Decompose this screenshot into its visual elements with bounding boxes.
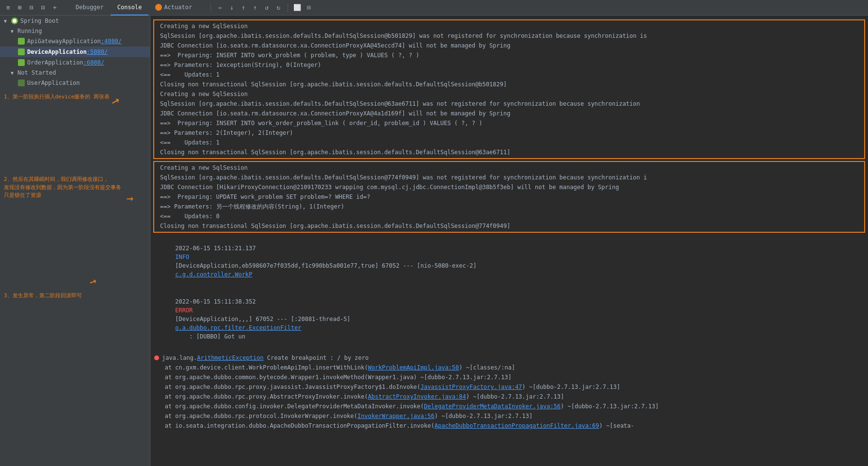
sidebar-item-springboot[interactable]: ▼ Spring Boot [0,16,150,26]
order-label: OrderApplication:6080/ [27,59,104,66]
console-line: ==> Parameters: 2(Integer), 2(Integer) [156,128,862,138]
console-line: SqlSession [org.apache.ibatis.session.de… [156,173,862,182]
stacktrace-link-4[interactable]: AbstractProxyInvoker.java:84 [368,393,466,400]
order-icon [17,59,25,66]
stacktrace-link-1[interactable]: WorkProblemApiImpl.java:50 [368,364,459,371]
springboot-label: Spring Boot [20,17,59,24]
class-2[interactable]: o.a.dubbo.rpc.filter.ExceptionFilter [175,324,301,331]
redo-icon[interactable]: ↻ [274,3,283,12]
class-1[interactable]: c.g.d.controller.WorkP [175,271,252,278]
annotation-3: 3、发生异常，第二阶段回滚即可 → [4,292,82,300]
sidebar-item-user[interactable]: UserApplication [0,78,150,88]
filter-icon[interactable]: ⊟ [27,3,36,12]
console-line: JDBC Connection [io.seata.rm.datasource.… [156,41,862,50]
tab-console[interactable]: Console [111,0,149,16]
springboot-arrow: ▼ [4,18,11,24]
sidebar-item-apigateway[interactable]: ApiGatewayApplication:4080/ [0,36,150,47]
console-line: ==> Preparing: INSERT INTO work_problem … [156,50,862,60]
apigateway-label: ApiGatewayApplication:4080/ [27,38,122,45]
exception-type: java.lang. [162,354,197,362]
undo-icon[interactable]: ↺ [262,3,271,12]
details-1: [DeviceApplication,eb598607e7f035dd,f1c9… [175,262,480,269]
console-line: ==> Preparing: UPDATE work_problem SET p… [156,192,862,202]
notstarted-label: Not Started [17,69,56,76]
console-line: ==> Parameters: 另一个线程修改的内容(String), 1(In… [156,202,862,211]
minimize-icon[interactable]: ⊟ [305,3,313,12]
user-label: UserApplication [27,80,80,86]
details-2: [DeviceApplication,,,] 67052 --- [:20881… [175,316,354,322]
layout-icon[interactable]: ⊞ [16,3,24,12]
tabs-area: Debugger Console Actuator [69,0,199,16]
notstarted-arrow: ▼ [11,70,17,76]
scroll-up-icon[interactable]: ↑ [239,3,248,12]
level-info: INFO [175,254,193,260]
stacktrace-link-7[interactable]: ApacheDubboTransactionPropagationFilter.… [434,422,599,429]
actuator-icon [155,4,162,11]
console-section-2: Creating a new SqlSession SqlSession [or… [153,161,865,233]
annotation-2: 2、然后在其睡眠时间，我们调用修改接口， 发现没有修改到数据，因为第一阶段没有提… [4,176,121,200]
separator-1 [210,3,211,12]
annotation-1: 1、第一阶段执行插入device服务的 两张表 → [4,93,110,101]
add-icon[interactable]: + [50,3,59,12]
user-icon [17,79,25,87]
console-line: Creating a new SqlSession [156,89,862,99]
tab-debugger[interactable]: Debugger [69,0,111,16]
sidebar-item-notstarted[interactable]: ▼ Not Started [0,68,150,78]
exception-type-link[interactable]: ArithmeticException [197,354,263,362]
device-label: DeviceApplication:5080/ [27,48,108,55]
apigateway-port[interactable]: :4080/ [101,38,122,45]
tab-toolbar-right: ⇐ ↓ ↑ ↑ ↺ ↻ ⬜ ⊟ [209,3,313,12]
stacktrace-5: at org.apache.dubbo.config.invoker.Deleg… [150,402,868,411]
console-line: <== Updates: 1 [156,70,862,80]
exception-message: Create breakpoint : / by zero [264,354,369,362]
main-content: ▼ Spring Boot ▼ Running ApiGatewayApplic… [0,16,868,466]
console-line: Creating a new SqlSession [156,163,862,173]
tab-console-label: Console [117,4,142,11]
running-arrow: ▼ [11,29,17,34]
running-label: Running [17,28,42,34]
message-2: : [DUBBO] Got un [175,333,245,340]
exception-line: java.lang. ArithmeticException Create br… [150,353,868,363]
stacktrace-4: at org.apache.dubbo.rpc.proxy.AbstractPr… [150,392,868,402]
stacktrace-link-5[interactable]: DelegateProviderMetaDataInvoker.java:56 [424,403,561,410]
stacktrace-3: at org.apache.dubbo.rpc.proxy.javassist.… [150,382,868,392]
tab-debugger-label: Debugger [76,4,104,11]
console-line: Closing non transactional SqlSession [or… [156,221,862,231]
apigateway-icon [17,37,25,45]
tab-actuator[interactable]: Actuator [148,0,199,16]
console-line: ==> Parameters: 1exception(String), 0(In… [156,60,862,70]
console-area[interactable]: Creating a new SqlSession SqlSession [or… [150,16,868,466]
device-port[interactable]: :5080/ [87,48,108,55]
springboot-icon [11,17,18,25]
sidebar-item-running[interactable]: ▼ Running [0,26,150,36]
separator-2 [288,3,288,12]
stacktrace-1: at cn.gxm.device.client.WorkProblemApiIm… [150,363,868,372]
sidebar: ▼ Spring Boot ▼ Running ApiGatewayApplic… [0,16,150,466]
order-port[interactable]: :6080/ [83,59,104,66]
stacktrace-link-6[interactable]: InvokerWrapper.java:56 [357,413,434,419]
toolbar-icons-left: ≡ ⊞ ⊟ ⊡ + [4,3,59,12]
device-icon [17,48,25,56]
console-line: <== Updates: 0 [156,211,862,221]
timestamp-2: 2022-06-15 15:11:38.352 [175,298,263,305]
scroll-to-top-icon[interactable]: ⇐ [216,3,225,12]
rerun-icon[interactable]: ≡ [4,3,13,12]
console-line: Closing non transactional SqlSession [or… [156,80,862,89]
console-section-1: Creating a new SqlSession SqlSession [or… [153,19,865,159]
tab-actuator-label: Actuator [164,4,192,11]
stacktrace-6: at org.apache.dubbo.rpc.protocol.Invoker… [150,411,868,421]
layout2-icon[interactable]: ⬜ [293,3,302,12]
info-line-1: 2022-06-15 15:11:21.137 INFO [DeviceAppl… [150,235,868,288]
settings-icon[interactable]: ⊡ [39,3,48,12]
stacktrace-7: at io.seata.integration.dubbo.ApacheDubb… [150,421,868,431]
scroll-up2-icon[interactable]: ↑ [251,3,259,12]
timestamp-1: 2022-06-15 15:11:21.137 [175,245,263,252]
scroll-down-icon[interactable]: ↓ [227,3,236,12]
stacktrace-2: at org.apache.dubbo.common.bytecode.Wrap… [150,372,868,382]
sidebar-item-device[interactable]: DeviceApplication:5080/ [0,47,150,57]
console-line: <== Updates: 1 [156,138,862,147]
sidebar-item-order[interactable]: OrderApplication:6080/ [0,57,150,68]
console-line: SqlSession [org.apache.ibatis.session.de… [156,99,862,109]
breakpoint-dot [154,355,159,360]
stacktrace-link-3[interactable]: JavassistProxyFactory.java:47 [420,384,522,390]
